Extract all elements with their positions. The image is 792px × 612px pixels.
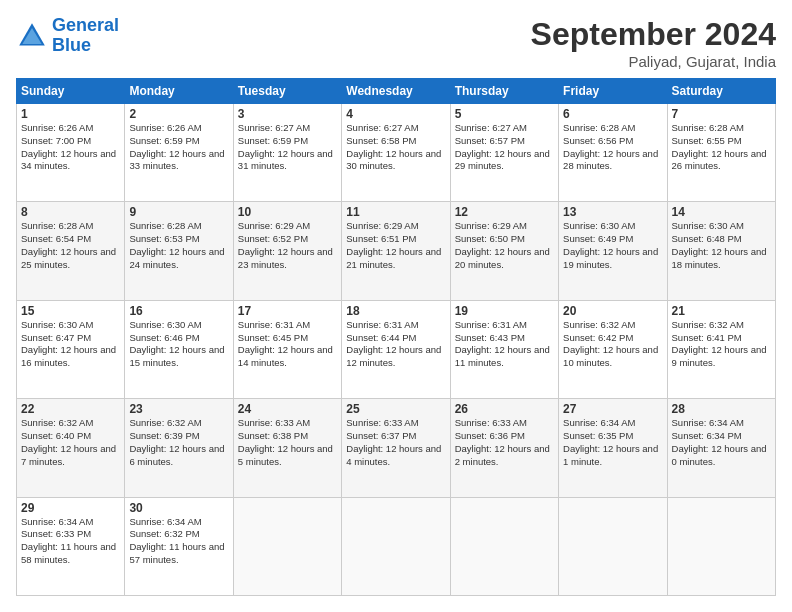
calendar-cell: 6Sunrise: 6:28 AMSunset: 6:56 PMDaylight…	[559, 104, 667, 202]
day-number: 2	[129, 107, 228, 121]
cell-content: Sunrise: 6:27 AMSunset: 6:58 PMDaylight:…	[346, 122, 445, 173]
calendar-cell: 24Sunrise: 6:33 AMSunset: 6:38 PMDayligh…	[233, 399, 341, 497]
day-number: 27	[563, 402, 662, 416]
logo-icon	[16, 20, 48, 52]
cell-content: Sunrise: 6:28 AMSunset: 6:53 PMDaylight:…	[129, 220, 228, 271]
day-number: 8	[21, 205, 120, 219]
calendar-header-monday: Monday	[125, 79, 233, 104]
day-number: 20	[563, 304, 662, 318]
calendar-header-friday: Friday	[559, 79, 667, 104]
cell-content: Sunrise: 6:31 AMSunset: 6:44 PMDaylight:…	[346, 319, 445, 370]
day-number: 6	[563, 107, 662, 121]
page: General Blue September 2024 Paliyad, Guj…	[0, 0, 792, 612]
calendar-header-row: SundayMondayTuesdayWednesdayThursdayFrid…	[17, 79, 776, 104]
calendar-cell: 18Sunrise: 6:31 AMSunset: 6:44 PMDayligh…	[342, 300, 450, 398]
calendar-cell: 5Sunrise: 6:27 AMSunset: 6:57 PMDaylight…	[450, 104, 558, 202]
day-number: 28	[672, 402, 771, 416]
day-number: 15	[21, 304, 120, 318]
calendar-cell: 1Sunrise: 6:26 AMSunset: 7:00 PMDaylight…	[17, 104, 125, 202]
day-number: 10	[238, 205, 337, 219]
calendar-cell: 11Sunrise: 6:29 AMSunset: 6:51 PMDayligh…	[342, 202, 450, 300]
day-number: 17	[238, 304, 337, 318]
calendar-cell: 16Sunrise: 6:30 AMSunset: 6:46 PMDayligh…	[125, 300, 233, 398]
cell-content: Sunrise: 6:29 AMSunset: 6:50 PMDaylight:…	[455, 220, 554, 271]
cell-content: Sunrise: 6:30 AMSunset: 6:49 PMDaylight:…	[563, 220, 662, 271]
calendar-cell: 30Sunrise: 6:34 AMSunset: 6:32 PMDayligh…	[125, 497, 233, 595]
day-number: 7	[672, 107, 771, 121]
cell-content: Sunrise: 6:33 AMSunset: 6:36 PMDaylight:…	[455, 417, 554, 468]
day-number: 11	[346, 205, 445, 219]
month-title: September 2024	[531, 16, 776, 53]
calendar-cell: 13Sunrise: 6:30 AMSunset: 6:49 PMDayligh…	[559, 202, 667, 300]
calendar-week-1: 1Sunrise: 6:26 AMSunset: 7:00 PMDaylight…	[17, 104, 776, 202]
day-number: 13	[563, 205, 662, 219]
calendar-cell: 17Sunrise: 6:31 AMSunset: 6:45 PMDayligh…	[233, 300, 341, 398]
calendar-cell: 12Sunrise: 6:29 AMSunset: 6:50 PMDayligh…	[450, 202, 558, 300]
calendar-cell: 14Sunrise: 6:30 AMSunset: 6:48 PMDayligh…	[667, 202, 775, 300]
calendar-table: SundayMondayTuesdayWednesdayThursdayFrid…	[16, 78, 776, 596]
day-number: 5	[455, 107, 554, 121]
cell-content: Sunrise: 6:34 AMSunset: 6:33 PMDaylight:…	[21, 516, 120, 567]
day-number: 22	[21, 402, 120, 416]
title-block: September 2024 Paliyad, Gujarat, India	[531, 16, 776, 70]
cell-content: Sunrise: 6:32 AMSunset: 6:39 PMDaylight:…	[129, 417, 228, 468]
cell-content: Sunrise: 6:34 AMSunset: 6:35 PMDaylight:…	[563, 417, 662, 468]
header: General Blue September 2024 Paliyad, Guj…	[16, 16, 776, 70]
cell-content: Sunrise: 6:32 AMSunset: 6:42 PMDaylight:…	[563, 319, 662, 370]
cell-content: Sunrise: 6:30 AMSunset: 6:48 PMDaylight:…	[672, 220, 771, 271]
day-number: 23	[129, 402, 228, 416]
calendar-cell: 28Sunrise: 6:34 AMSunset: 6:34 PMDayligh…	[667, 399, 775, 497]
cell-content: Sunrise: 6:34 AMSunset: 6:32 PMDaylight:…	[129, 516, 228, 567]
cell-content: Sunrise: 6:31 AMSunset: 6:43 PMDaylight:…	[455, 319, 554, 370]
logo-text: General Blue	[52, 16, 119, 56]
calendar-cell: 19Sunrise: 6:31 AMSunset: 6:43 PMDayligh…	[450, 300, 558, 398]
day-number: 4	[346, 107, 445, 121]
cell-content: Sunrise: 6:31 AMSunset: 6:45 PMDaylight:…	[238, 319, 337, 370]
cell-content: Sunrise: 6:28 AMSunset: 6:55 PMDaylight:…	[672, 122, 771, 173]
cell-content: Sunrise: 6:32 AMSunset: 6:41 PMDaylight:…	[672, 319, 771, 370]
day-number: 29	[21, 501, 120, 515]
calendar-cell: 26Sunrise: 6:33 AMSunset: 6:36 PMDayligh…	[450, 399, 558, 497]
cell-content: Sunrise: 6:28 AMSunset: 6:54 PMDaylight:…	[21, 220, 120, 271]
calendar-header-wednesday: Wednesday	[342, 79, 450, 104]
calendar-header-sunday: Sunday	[17, 79, 125, 104]
day-number: 21	[672, 304, 771, 318]
calendar-cell: 3Sunrise: 6:27 AMSunset: 6:59 PMDaylight…	[233, 104, 341, 202]
location: Paliyad, Gujarat, India	[531, 53, 776, 70]
calendar-cell: 8Sunrise: 6:28 AMSunset: 6:54 PMDaylight…	[17, 202, 125, 300]
calendar-cell	[233, 497, 341, 595]
calendar-cell: 20Sunrise: 6:32 AMSunset: 6:42 PMDayligh…	[559, 300, 667, 398]
calendar-cell: 4Sunrise: 6:27 AMSunset: 6:58 PMDaylight…	[342, 104, 450, 202]
cell-content: Sunrise: 6:33 AMSunset: 6:37 PMDaylight:…	[346, 417, 445, 468]
calendar-cell	[667, 497, 775, 595]
calendar-week-5: 29Sunrise: 6:34 AMSunset: 6:33 PMDayligh…	[17, 497, 776, 595]
calendar-week-2: 8Sunrise: 6:28 AMSunset: 6:54 PMDaylight…	[17, 202, 776, 300]
cell-content: Sunrise: 6:30 AMSunset: 6:46 PMDaylight:…	[129, 319, 228, 370]
cell-content: Sunrise: 6:34 AMSunset: 6:34 PMDaylight:…	[672, 417, 771, 468]
calendar-cell	[450, 497, 558, 595]
day-number: 24	[238, 402, 337, 416]
cell-content: Sunrise: 6:30 AMSunset: 6:47 PMDaylight:…	[21, 319, 120, 370]
calendar-cell: 29Sunrise: 6:34 AMSunset: 6:33 PMDayligh…	[17, 497, 125, 595]
cell-content: Sunrise: 6:29 AMSunset: 6:52 PMDaylight:…	[238, 220, 337, 271]
calendar-cell: 9Sunrise: 6:28 AMSunset: 6:53 PMDaylight…	[125, 202, 233, 300]
calendar-cell: 7Sunrise: 6:28 AMSunset: 6:55 PMDaylight…	[667, 104, 775, 202]
day-number: 18	[346, 304, 445, 318]
calendar-cell: 10Sunrise: 6:29 AMSunset: 6:52 PMDayligh…	[233, 202, 341, 300]
calendar-cell: 21Sunrise: 6:32 AMSunset: 6:41 PMDayligh…	[667, 300, 775, 398]
day-number: 16	[129, 304, 228, 318]
calendar-cell: 27Sunrise: 6:34 AMSunset: 6:35 PMDayligh…	[559, 399, 667, 497]
cell-content: Sunrise: 6:27 AMSunset: 6:59 PMDaylight:…	[238, 122, 337, 173]
calendar-cell: 25Sunrise: 6:33 AMSunset: 6:37 PMDayligh…	[342, 399, 450, 497]
logo: General Blue	[16, 16, 119, 56]
calendar-header-saturday: Saturday	[667, 79, 775, 104]
day-number: 12	[455, 205, 554, 219]
cell-content: Sunrise: 6:27 AMSunset: 6:57 PMDaylight:…	[455, 122, 554, 173]
cell-content: Sunrise: 6:28 AMSunset: 6:56 PMDaylight:…	[563, 122, 662, 173]
calendar-week-3: 15Sunrise: 6:30 AMSunset: 6:47 PMDayligh…	[17, 300, 776, 398]
calendar-header-thursday: Thursday	[450, 79, 558, 104]
day-number: 9	[129, 205, 228, 219]
day-number: 1	[21, 107, 120, 121]
day-number: 19	[455, 304, 554, 318]
calendar-cell: 2Sunrise: 6:26 AMSunset: 6:59 PMDaylight…	[125, 104, 233, 202]
